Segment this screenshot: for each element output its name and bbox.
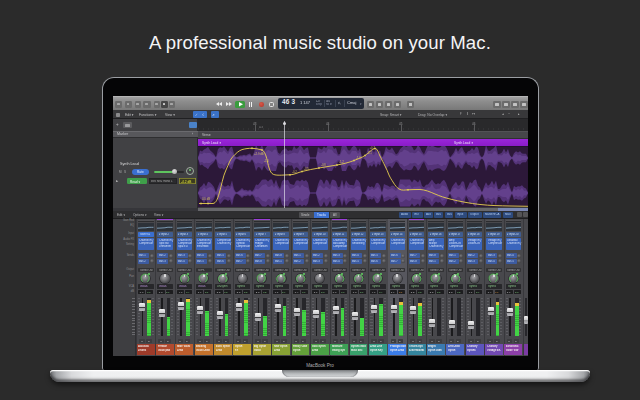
svg-text:-0.2: -0.2 — [292, 170, 297, 174]
svg-text:-0.8: -0.8 — [321, 164, 326, 168]
svg-text:-1.2: -1.2 — [339, 161, 344, 165]
svg-text:-2.1: -2.1 — [367, 151, 372, 155]
svg-text:-0.5: -0.5 — [304, 167, 309, 171]
svg-text:0.0 dB: 0.0 dB — [202, 198, 210, 202]
svg-text:+0.2: +0.2 — [369, 147, 375, 151]
svg-text:+2.9 dB: +2.9 dB — [254, 153, 264, 157]
svg-text:-1.6: -1.6 — [356, 156, 361, 160]
svg-text:-1.0: -1.0 — [264, 160, 269, 164]
